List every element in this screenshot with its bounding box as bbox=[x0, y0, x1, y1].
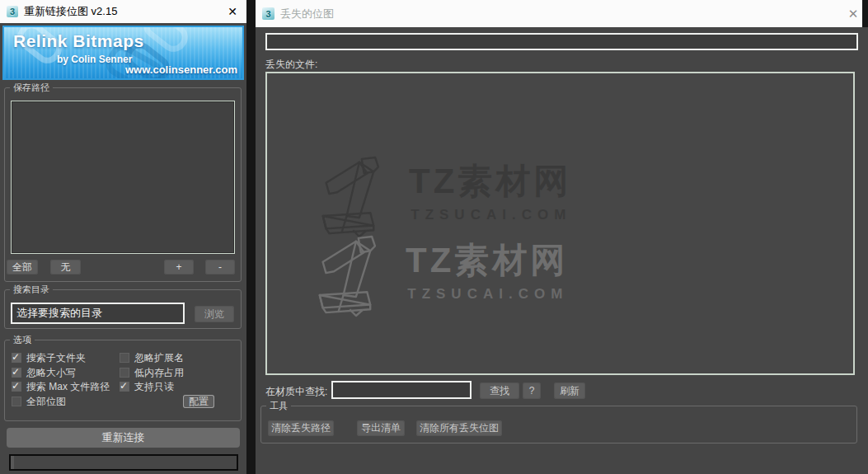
config-button[interactable]: 配置 bbox=[183, 395, 214, 408]
watermark-domain: TZSUCAI.COM bbox=[411, 207, 571, 223]
add-path-button[interactable]: + bbox=[164, 260, 194, 275]
search-directory-label: 搜索目录 bbox=[10, 284, 53, 295]
watermark-domain: TZSUCAI.COM bbox=[407, 286, 568, 303]
checkbox-icon[interactable] bbox=[12, 382, 21, 392]
relink-banner: Relink Bitmaps by Colin Senner www.colin… bbox=[2, 26, 244, 80]
checkbox-ignore-case[interactable]: 忽略大小写 bbox=[12, 367, 76, 378]
checkbox-search-max-paths[interactable]: 搜索 Max 文件路径 bbox=[12, 381, 110, 392]
checkbox-readonly-support[interactable]: 支持只读 bbox=[120, 381, 174, 392]
banner-byline: by Colin Senner bbox=[57, 54, 132, 65]
save-paths-label: 保存路径 bbox=[10, 82, 53, 93]
find-button[interactable]: 查找 bbox=[480, 382, 519, 399]
select-none-button[interactable]: 无 bbox=[50, 260, 81, 275]
relink-window-titlebar[interactable]: 3 重新链接位图 v2.15 ✕ bbox=[0, 0, 246, 23]
search-directory-input[interactable] bbox=[11, 303, 185, 324]
clear-missing-paths-button[interactable]: 清除丢失路径 bbox=[268, 420, 334, 436]
find-in-materials-input[interactable] bbox=[331, 381, 472, 399]
missing-window-titlebar[interactable]: 3 丢失的位图 bbox=[256, 0, 862, 27]
screen: 3 重新链接位图 v2.15 ✕ Relink Bitmaps by Colin… bbox=[0, 0, 868, 474]
tz-logo-icon bbox=[318, 156, 397, 238]
clear-all-missing-bitmaps-button[interactable]: 清除所有丢失位图 bbox=[416, 420, 502, 436]
background-notch bbox=[862, 0, 868, 27]
relink-window-title: 重新链接位图 v2.15 bbox=[24, 4, 117, 19]
checkbox-all-bitmaps[interactable]: 全部位图 bbox=[12, 396, 66, 407]
export-list-button[interactable]: 导出清单 bbox=[357, 420, 405, 436]
options-label: 选项 bbox=[10, 334, 35, 345]
tz-logo-icon bbox=[315, 235, 394, 317]
missing-files-list[interactable]: TZ素材网 TZSUCAI.COM TZ素材网 TZSUCAI.COM bbox=[265, 72, 855, 375]
3dsmax-app-icon: 3 bbox=[7, 6, 18, 17]
remove-path-button[interactable]: - bbox=[205, 260, 235, 275]
watermark-text: TZ素材网 TZSUCAI.COM bbox=[409, 162, 571, 223]
selected-path-field[interactable] bbox=[265, 33, 858, 50]
checkbox-label: 忽略大小写 bbox=[26, 366, 76, 380]
watermark-text: TZ素材网 TZSUCAI.COM bbox=[406, 242, 568, 303]
checkbox-low-memory[interactable]: 低内存占用 bbox=[120, 367, 184, 378]
checkbox-ignore-extension[interactable]: 忽略扩展名 bbox=[120, 352, 184, 364]
help-button[interactable]: ? bbox=[523, 382, 541, 399]
checkbox-icon[interactable] bbox=[120, 382, 129, 392]
checkbox-icon[interactable] bbox=[120, 368, 129, 378]
checkbox-label: 支持只读 bbox=[134, 380, 174, 394]
checkbox-icon[interactable] bbox=[12, 353, 21, 363]
relink-button[interactable]: 重新连接 bbox=[7, 428, 240, 448]
tools-label: 工具 bbox=[266, 400, 291, 411]
watermark: TZ素材网 TZSUCAI.COM bbox=[315, 235, 568, 317]
close-icon[interactable]: ✕ bbox=[218, 0, 246, 23]
refresh-button[interactable]: 刷新 bbox=[554, 382, 585, 399]
checkbox-label: 搜索子文件夹 bbox=[26, 351, 86, 365]
checkbox-label: 全部位图 bbox=[26, 395, 66, 409]
3dsmax-app-icon: 3 bbox=[262, 7, 274, 20]
watermark-brand: TZ素材网 bbox=[409, 162, 571, 200]
missing-window-title: 丢失的位图 bbox=[280, 7, 334, 21]
checkbox-icon[interactable] bbox=[12, 397, 21, 406]
banner-url: www.colinsenner.com bbox=[125, 63, 237, 76]
checkbox-icon[interactable] bbox=[12, 368, 21, 378]
find-in-materials-label: 在材质中查找: bbox=[265, 385, 327, 399]
tools-group: 工具 bbox=[260, 406, 857, 443]
browse-button[interactable]: 浏览 bbox=[195, 306, 234, 322]
banner-title: Relink Bitmaps bbox=[13, 31, 144, 51]
checkbox-label: 忽略扩展名 bbox=[134, 351, 184, 365]
missing-files-label: 丢失的文件: bbox=[265, 58, 317, 72]
select-all-button[interactable]: 全部 bbox=[7, 260, 38, 275]
progress-fill bbox=[11, 456, 14, 469]
progress-bar bbox=[9, 454, 238, 471]
checkbox-label: 搜索 Max 文件路径 bbox=[26, 380, 110, 394]
watermark: TZ素材网 TZSUCAI.COM bbox=[318, 156, 571, 238]
checkbox-search-subfolders[interactable]: 搜索子文件夹 bbox=[12, 352, 86, 364]
checkbox-label: 低内存占用 bbox=[134, 366, 184, 380]
checkbox-icon[interactable] bbox=[120, 353, 129, 363]
save-paths-list[interactable] bbox=[11, 101, 235, 254]
watermark-brand: TZ素材网 bbox=[406, 242, 568, 279]
